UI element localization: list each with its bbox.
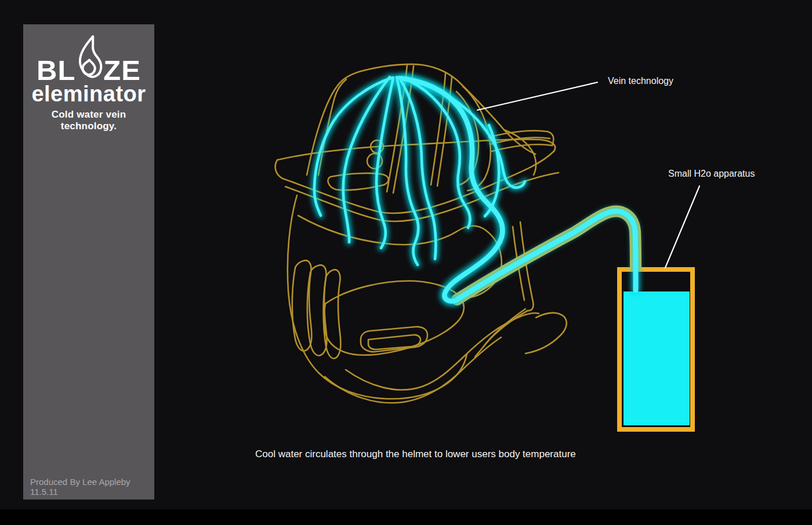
- bottom-black-strip: [0, 509, 812, 525]
- leader-line-h2o: [665, 186, 699, 268]
- vein-technology-label: Vein technology: [608, 76, 673, 86]
- h2o-apparatus-label: Small H2o apparatus: [668, 169, 755, 179]
- tank-water: [624, 291, 690, 425]
- sidebar: BL ZE eleminator Cold water vein technol…: [23, 24, 154, 500]
- credit-text: Produced By Lee Appleby 11.5.11: [30, 477, 154, 497]
- brand-word-right: ZE: [103, 59, 141, 81]
- brand-name: BL ZE: [23, 28, 154, 81]
- brand-word-left: BL: [37, 59, 75, 81]
- brand-lockup: BL ZE eleminator Cold water vein technol…: [23, 28, 154, 132]
- water-tank: [617, 267, 695, 432]
- helmet-line-art: [276, 64, 567, 403]
- brand-subname: eleminator: [23, 83, 154, 105]
- poster-canvas: BL ZE eleminator Cold water vein technol…: [0, 0, 812, 525]
- flame-icon: [76, 33, 103, 82]
- leader-line-vein: [477, 82, 597, 110]
- caption-text: Cool water circulates through the helmet…: [255, 449, 576, 460]
- brand-tagline: Cold water vein technology.: [23, 109, 154, 132]
